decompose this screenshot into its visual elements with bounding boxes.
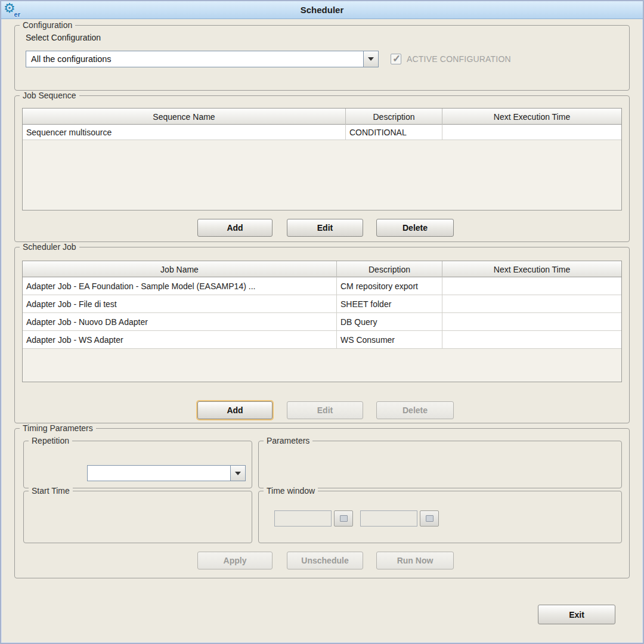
- table-row[interactable]: Adapter Job - File di test SHEET folder: [23, 295, 621, 313]
- active-configuration-checkbox[interactable]: [391, 54, 401, 64]
- table-row[interactable]: Sequencer multisource CONDITIONAL: [23, 125, 621, 140]
- cell-description: CM repository export: [337, 277, 442, 295]
- scheduler-job-group-label: Scheduler Job: [20, 242, 79, 252]
- time-window-start-field[interactable]: [274, 510, 332, 527]
- cell-job-name: Adapter Job - Nuovo DB Adapter: [23, 313, 337, 330]
- parameters-group-label: Parameters: [264, 436, 312, 445]
- configuration-group: Configuration Select Configuration All t…: [14, 25, 630, 91]
- table-row[interactable]: Adapter Job - WS Adapter WS Consumer: [23, 331, 621, 349]
- scheduler-job-group: Scheduler Job Job Name Description Next …: [14, 247, 630, 423]
- cell-next-execution-time: [442, 295, 621, 312]
- active-configuration-label: ACTIVE CONFIGURATION: [407, 54, 511, 64]
- time-picker-icon: [426, 515, 434, 522]
- configuration-select-arrow[interactable]: [363, 51, 378, 67]
- table-row[interactable]: Adapter Job - EA Foundation - Sample Mod…: [23, 277, 621, 295]
- configuration-select[interactable]: All the configurations: [26, 51, 379, 67]
- configuration-group-label: Configuration: [20, 20, 75, 30]
- job-sequence-table: Sequence Name Description Next Execution…: [22, 108, 622, 210]
- apply-button: Apply: [197, 552, 273, 569]
- app-icon-text: er: [14, 11, 20, 18]
- time-window-start-picker-button[interactable]: [334, 510, 353, 527]
- time-picker-icon: [340, 515, 348, 522]
- column-header-description: Description: [346, 109, 442, 125]
- run-now-button: Run Now: [376, 552, 454, 569]
- column-header-description: Description: [337, 261, 442, 277]
- chevron-down-icon: [368, 57, 374, 61]
- exit-button[interactable]: Exit: [538, 605, 615, 624]
- cell-job-name: Adapter Job - File di test: [23, 295, 337, 312]
- job-sequence-edit-button[interactable]: Edit: [287, 219, 363, 237]
- repetition-select-arrow[interactable]: [230, 466, 245, 481]
- cell-sequence-name: Sequencer multisource: [23, 125, 346, 140]
- cell-description: WS Consumer: [337, 331, 442, 348]
- app-gear-icon: ⚙ er: [4, 2, 20, 18]
- column-header-next-execution-time: Next Execution Time: [442, 109, 621, 125]
- scheduler-job-delete-button: Delete: [376, 401, 454, 419]
- scheduler-job-table-header: Job Name Description Next Execution Time: [23, 261, 621, 277]
- job-sequence-add-button[interactable]: Add: [197, 219, 273, 237]
- scheduler-job-table-empty-area: [23, 349, 621, 382]
- title-bar: ⚙ er Scheduler: [1, 1, 643, 19]
- job-sequence-group: Job Sequence Sequence Name Description N…: [14, 95, 630, 242]
- repetition-select[interactable]: [87, 465, 246, 481]
- scheduler-job-add-button[interactable]: Add: [197, 401, 273, 419]
- cell-description: DB Query: [337, 313, 442, 330]
- cell-next-execution-time: [442, 313, 621, 330]
- cell-description: CONDITIONAL: [346, 125, 442, 140]
- select-configuration-label: Select Configuration: [26, 33, 101, 42]
- column-header-next-execution-time: Next Execution Time: [442, 261, 621, 277]
- cell-next-execution-time: [442, 277, 621, 295]
- job-sequence-table-empty-area: [23, 140, 621, 210]
- timing-parameters-group: Timing Parameters Repetition Parameters …: [14, 428, 630, 578]
- chevron-down-icon: [235, 472, 241, 475]
- scheduler-window: ⚙ er Scheduler Configuration Select Conf…: [0, 0, 644, 644]
- active-configuration-checkbox-row: ACTIVE CONFIGURATION: [391, 54, 511, 64]
- job-sequence-table-header: Sequence Name Description Next Execution…: [23, 109, 621, 125]
- start-time-group: Start Time: [23, 491, 252, 543]
- column-header-sequence-name: Sequence Name: [23, 109, 346, 125]
- time-window-group-label: Time window: [264, 486, 318, 496]
- job-sequence-group-label: Job Sequence: [20, 91, 79, 100]
- time-window-end-field[interactable]: [360, 510, 417, 527]
- start-time-group-label: Start Time: [29, 486, 73, 496]
- column-header-job-name: Job Name: [23, 261, 337, 277]
- repetition-group: Repetition: [23, 441, 252, 488]
- cell-next-execution-time: [442, 331, 621, 348]
- parameters-group: Parameters: [258, 441, 622, 488]
- cell-description: SHEET folder: [337, 295, 442, 312]
- cell-next-execution-time: [442, 125, 621, 140]
- time-window-end-picker-button[interactable]: [420, 510, 439, 527]
- unschedule-button: Unschedule: [287, 552, 363, 569]
- repetition-select-value: [88, 466, 230, 481]
- table-row[interactable]: Adapter Job - Nuovo DB Adapter DB Query: [23, 313, 621, 331]
- scheduler-job-table: Job Name Description Next Execution Time…: [22, 261, 622, 382]
- repetition-group-label: Repetition: [29, 436, 72, 445]
- cell-job-name: Adapter Job - EA Foundation - Sample Mod…: [23, 277, 337, 295]
- configuration-select-value: All the configurations: [26, 51, 363, 67]
- timing-parameters-group-label: Timing Parameters: [20, 423, 96, 433]
- window-title: Scheduler: [301, 5, 344, 15]
- cell-job-name: Adapter Job - WS Adapter: [23, 331, 337, 348]
- job-sequence-delete-button[interactable]: Delete: [376, 219, 454, 237]
- scheduler-job-edit-button: Edit: [287, 401, 363, 419]
- time-window-group: Time window: [258, 491, 622, 543]
